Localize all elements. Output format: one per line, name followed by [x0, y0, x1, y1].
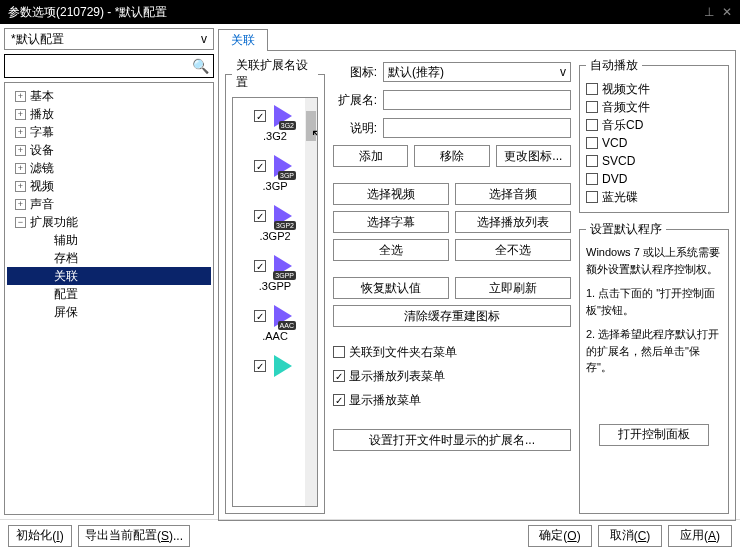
checkbox-icon[interactable]: ✓ [333, 394, 345, 406]
format-badge: AAC [278, 321, 296, 330]
pin-icon[interactable]: ⊥ [704, 5, 714, 19]
change-icon-button[interactable]: 更改图标... [496, 145, 571, 167]
checkbox-icon[interactable] [586, 119, 598, 131]
checkbox-icon[interactable]: ✓ [254, 210, 266, 222]
close-icon[interactable]: ✕ [722, 5, 732, 19]
expand-icon[interactable]: + [15, 127, 26, 138]
format-badge: 3GP [278, 171, 296, 180]
extension-item[interactable]: ✓ [235, 352, 315, 380]
checkbox-icon[interactable] [586, 83, 598, 95]
tree-item[interactable]: +字幕 [7, 123, 211, 141]
autoplay-checkbox-row[interactable]: 音频文件 [586, 98, 722, 116]
export-button[interactable]: 导出当前配置(S)... [78, 525, 190, 547]
nav-tree[interactable]: +基本+播放+字幕+设备+滤镜+视频+声音−扩展功能辅助存档关联配置屏保 [4, 82, 214, 515]
expand-icon[interactable]: + [15, 163, 26, 174]
tree-item[interactable]: 辅助 [7, 231, 211, 249]
checkbox-icon[interactable] [586, 155, 598, 167]
checkbox-icon[interactable] [586, 191, 598, 203]
tree-item-label: 字幕 [30, 124, 54, 141]
playlist-menu-checkbox-row[interactable]: ✓ 显示播放列表菜单 [333, 367, 571, 385]
context-menu-checkbox-row[interactable]: 关联到文件夹右菜单 [333, 343, 571, 361]
autoplay-title: 自动播放 [586, 57, 642, 74]
checkbox-icon[interactable]: ✓ [254, 310, 266, 322]
scroll-thumb[interactable] [306, 111, 316, 141]
play-menu-checkbox-row[interactable]: ✓ 显示播放菜单 [333, 391, 571, 409]
autoplay-checkbox-row[interactable]: VCD [586, 134, 722, 152]
play-icon: 3GP [268, 152, 296, 180]
extension-item[interactable]: ✓3GP2.3GP2 [235, 202, 315, 242]
autoplay-fieldset: 自动播放 视频文件音频文件音乐CDVCDSVCDDVD蓝光碟 [579, 57, 729, 213]
search-icon[interactable]: 🔍 [192, 58, 209, 74]
extension-item[interactable]: ✓3GP.3GP [235, 152, 315, 192]
checkbox-icon[interactable] [586, 137, 598, 149]
format-badge: 3G2 [279, 121, 296, 130]
checkbox-icon[interactable]: ✓ [333, 370, 345, 382]
tree-item[interactable]: −扩展功能 [7, 213, 211, 231]
select-subtitle-button[interactable]: 选择字幕 [333, 211, 449, 233]
apply-button[interactable]: 应用(A) [668, 525, 732, 547]
extension-item[interactable]: ✓3GPP.3GPP [235, 252, 315, 292]
autoplay-checkbox-row[interactable]: 音乐CD [586, 116, 722, 134]
select-none-button[interactable]: 全不选 [455, 239, 571, 261]
tree-item[interactable]: +滤镜 [7, 159, 211, 177]
scrollbar[interactable] [305, 98, 317, 506]
checkbox-icon[interactable]: ✓ [254, 260, 266, 272]
expand-icon[interactable]: + [15, 199, 26, 210]
autoplay-checkbox-row[interactable]: 视频文件 [586, 80, 722, 98]
add-button[interactable]: 添加 [333, 145, 408, 167]
autoplay-checkbox-row[interactable]: SVCD [586, 152, 722, 170]
open-control-panel-button[interactable]: 打开控制面板 [599, 424, 709, 446]
search-input[interactable] [9, 59, 192, 73]
select-audio-button[interactable]: 选择音频 [455, 183, 571, 205]
tree-item-label: 设备 [30, 142, 54, 159]
checkbox-icon[interactable]: ✓ [254, 360, 266, 372]
icon-dropdown[interactable]: 默认(推荐) v [383, 62, 571, 82]
restore-default-button[interactable]: 恢复默认值 [333, 277, 449, 299]
clear-cache-button[interactable]: 清除缓存重建图标 [333, 305, 571, 327]
expand-icon[interactable]: + [15, 91, 26, 102]
tree-item[interactable]: +声音 [7, 195, 211, 213]
search-box[interactable]: 🔍 [4, 54, 214, 78]
checkbox-icon[interactable]: ✓ [254, 160, 266, 172]
ok-button[interactable]: 确定(O) [528, 525, 592, 547]
config-dropdown[interactable]: *默认配置 v [4, 28, 214, 50]
set-display-ext-button[interactable]: 设置打开文件时显示的扩展名... [333, 429, 571, 451]
expand-icon[interactable]: + [15, 145, 26, 156]
remove-button[interactable]: 移除 [414, 145, 489, 167]
tree-item[interactable]: +基本 [7, 87, 211, 105]
tree-item[interactable]: 关联 [7, 267, 211, 285]
extension-list[interactable]: ✓3G2.3G2✓3GP.3GP✓3GP2.3GP2✓3GPP.3GPP✓AAC… [232, 97, 318, 507]
desc-input[interactable] [383, 118, 571, 138]
select-video-button[interactable]: 选择视频 [333, 183, 449, 205]
cancel-button[interactable]: 取消(C) [598, 525, 662, 547]
tab-association[interactable]: 关联 [218, 29, 268, 51]
ext-input[interactable] [383, 90, 571, 110]
tree-item[interactable]: +播放 [7, 105, 211, 123]
autoplay-checkbox-row[interactable]: 蓝光碟 [586, 188, 722, 206]
tree-item[interactable]: 屏保 [7, 303, 211, 321]
extension-item[interactable]: ✓AAC.AAC [235, 302, 315, 342]
autoplay-checkbox-row[interactable]: DVD [586, 170, 722, 188]
refresh-button[interactable]: 立即刷新 [455, 277, 571, 299]
checkbox-icon[interactable] [333, 346, 345, 358]
tree-item[interactable]: +视频 [7, 177, 211, 195]
checkbox-icon[interactable] [586, 173, 598, 185]
format-badge: 3GPP [273, 271, 296, 280]
expand-icon[interactable]: + [15, 181, 26, 192]
autoplay-label: 音乐CD [602, 117, 643, 134]
checkbox-icon[interactable]: ✓ [254, 110, 266, 122]
checkbox-icon[interactable] [586, 101, 598, 113]
expand-icon[interactable]: + [15, 109, 26, 120]
tree-item[interactable]: 存档 [7, 249, 211, 267]
tree-item-label: 视频 [30, 178, 54, 195]
select-all-button[interactable]: 全选 [333, 239, 449, 261]
extension-item[interactable]: ✓3G2.3G2 [235, 102, 315, 142]
tree-item-label: 播放 [30, 106, 54, 123]
tree-item[interactable]: +设备 [7, 141, 211, 159]
context-menu-label: 关联到文件夹右菜单 [349, 344, 457, 361]
window-title: 参数选项(210729) - *默认配置 [8, 4, 167, 21]
init-button[interactable]: 初始化(I) [8, 525, 72, 547]
tree-item[interactable]: 配置 [7, 285, 211, 303]
collapse-icon[interactable]: − [15, 217, 26, 228]
select-playlist-button[interactable]: 选择播放列表 [455, 211, 571, 233]
